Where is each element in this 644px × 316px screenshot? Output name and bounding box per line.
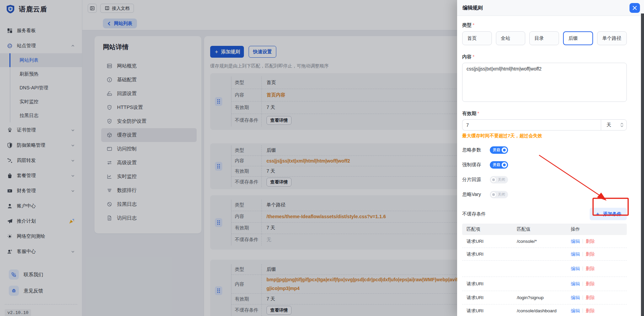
toggle-knob: [502, 147, 507, 153]
delete-link[interactable]: 删除: [586, 251, 595, 257]
condition-row: 请求URI /login?signup 编辑删除: [462, 291, 627, 305]
condition-row: 请求URI 编辑删除: [462, 277, 627, 291]
drawer-body: 类型* 首页 全站 目录 后缀 单个路径 内容* css|js|jss|txt|…: [457, 22, 644, 316]
force-cache-toggle[interactable]: 开启: [490, 161, 508, 169]
type-options: 首页 全站 目录 后缀 单个路径: [462, 31, 627, 45]
stepper-arrows-icon[interactable]: [620, 123, 623, 127]
type-option-home[interactable]: 首页: [462, 31, 492, 45]
content-textarea[interactable]: css|js|jss|txt|xml|html|htm|woff|woff2: [462, 63, 627, 102]
close-icon: [633, 6, 637, 10]
divider: [583, 295, 583, 300]
edit-link[interactable]: 编辑: [571, 251, 580, 257]
toggle-row-slice-origin: 分片回源 关闭: [462, 176, 627, 183]
ttl-unit-select[interactable]: 天: [601, 119, 627, 131]
toggle-knob: [491, 177, 496, 182]
toggle-row-ignore-params: 忽略参数 开启: [462, 146, 627, 154]
modal-mask[interactable]: [0, 0, 457, 316]
divider: [583, 282, 583, 286]
ttl-warning-text: 最大缓存时间不要超过7天，超过会失效: [462, 133, 627, 139]
divider: [583, 252, 583, 256]
conditions-table-header: 匹配项 匹配值 操作: [462, 224, 627, 235]
delete-link[interactable]: 删除: [586, 281, 595, 287]
content-field-label: 内容*: [462, 54, 627, 60]
ttl-input-group: 天: [462, 119, 627, 131]
ignore-params-toggle[interactable]: 开启: [490, 146, 508, 154]
edit-link[interactable]: 编辑: [571, 281, 580, 287]
toggle-row-ignore-vary: 忽略Vary 关闭: [462, 191, 627, 198]
required-asterisk: *: [473, 54, 474, 59]
toggle-knob: [502, 162, 507, 168]
drawer-title: 编辑规则: [463, 5, 483, 11]
condition-row: 请求URI /console/dashboard 编辑删除: [462, 305, 627, 316]
page-scrollbar[interactable]: [641, 13, 644, 316]
delete-link[interactable]: 删除: [586, 266, 595, 272]
condition-row: 请求URI 编辑删除: [462, 248, 627, 261]
nocache-conditions-header: 不缓存条件 ＋ 添加条件: [462, 208, 627, 220]
type-option-single-path[interactable]: 单个路径: [597, 31, 627, 45]
ignore-vary-toggle[interactable]: 关闭: [490, 191, 508, 198]
edit-link[interactable]: 编辑: [571, 295, 580, 301]
condition-row: 请求URI /console/* 编辑删除: [462, 235, 627, 248]
edit-link[interactable]: 编辑: [571, 238, 580, 245]
divider: [583, 239, 583, 243]
conditions-table: 匹配项 匹配值 操作 请求URI /console/* 编辑删除 请求URI 编…: [462, 224, 627, 316]
divider: [583, 266, 583, 271]
delete-link[interactable]: 删除: [586, 308, 595, 314]
slice-origin-toggle[interactable]: 关闭: [490, 176, 508, 183]
type-option-suffix[interactable]: 后缀: [563, 31, 593, 45]
plus-icon: ＋: [595, 211, 600, 217]
condition-row: 编辑删除: [462, 261, 627, 277]
ttl-field-label: 有效期*: [462, 111, 627, 117]
type-option-whole-site[interactable]: 全站: [496, 31, 526, 45]
drawer-header: 编辑规则: [457, 0, 644, 16]
required-asterisk: *: [473, 22, 474, 28]
type-field-label: 类型*: [462, 22, 627, 28]
delete-link[interactable]: 删除: [586, 238, 595, 245]
edit-link[interactable]: 编辑: [571, 308, 580, 314]
close-drawer-button[interactable]: [629, 3, 640, 13]
edit-link[interactable]: 编辑: [571, 266, 580, 272]
toggle-knob: [491, 192, 496, 197]
divider: [583, 309, 583, 313]
delete-link[interactable]: 删除: [586, 295, 595, 301]
edit-rule-drawer: 编辑规则 类型* 首页 全站 目录 后缀 单个路径 内容* css|js|jss…: [457, 0, 644, 316]
type-option-directory[interactable]: 目录: [529, 31, 559, 45]
ttl-input[interactable]: [462, 119, 601, 131]
required-asterisk: *: [477, 111, 479, 116]
toggle-row-force-cache: 强制缓存 开启: [462, 161, 627, 169]
add-condition-button[interactable]: ＋ 添加条件: [590, 208, 627, 220]
